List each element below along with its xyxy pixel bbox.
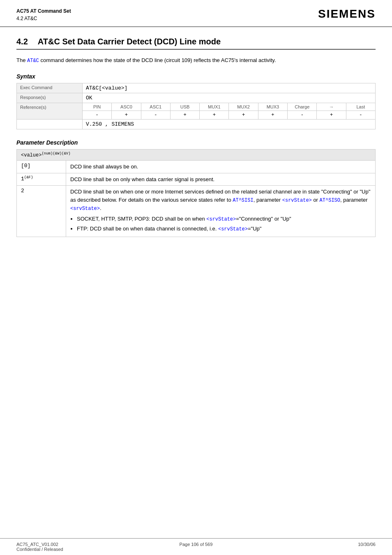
code-srvstate-bullet2: <srvState> <box>218 226 248 232</box>
page-header: AC75 AT Command Set 4.2 AT&C SIEMENS <box>0 0 392 27</box>
param-header-code: <value>(num)(&W)(&V) <box>21 152 71 158</box>
code-srvstate-bullet1: <srvState> <box>206 216 236 222</box>
pin-header-col-3: USB <box>171 103 200 111</box>
pin-header-col-2: ASC1 <box>141 103 171 111</box>
section-title: AT&C Set Data Carrier Detect (DCD) Line … <box>38 37 221 46</box>
pin-header-col-4: MUX1 <box>200 103 229 111</box>
reference-label: Reference(s) <box>17 103 83 119</box>
footer-date: 10/30/06 <box>358 542 376 547</box>
syntax-label: Syntax <box>16 73 376 80</box>
pin-data-col-0: - <box>83 111 112 119</box>
reference-value-row: V.250 , SIEMENS <box>17 120 375 129</box>
code-atsisi: AT^SISI <box>233 198 253 203</box>
intro-paragraph: The AT&C command determines how the stat… <box>16 56 376 65</box>
header-left: AC75 AT Command Set 4.2 AT&C <box>16 7 71 22</box>
header-title: AC75 AT Command Set <box>16 7 71 15</box>
response-value: OK <box>83 93 375 103</box>
response-row: Response(s) OK <box>17 93 375 103</box>
exec-command-row: Exec Command AT&C[<value>] <box>17 83 375 93</box>
param-key-2: 2 <box>17 186 66 237</box>
page-footer: AC75_ATC_V01.002 Confidential / Released… <box>0 538 392 555</box>
pin-header-col-8: → <box>317 103 346 111</box>
param-table-header: <value>(num)(&W)(&V) <box>17 150 376 161</box>
pin-header-row: PINASC0ASC1USBMUX1MUX2MUX3Charge→Last <box>83 103 375 111</box>
pin-header-col-5: MUX2 <box>229 103 258 111</box>
param-desc-1: DCD line shall be on only when data carr… <box>66 173 376 186</box>
param-desc-2: DCD line shall be on when one or more In… <box>66 186 376 237</box>
pin-header-col-7: Charge <box>288 103 317 111</box>
footer-status: Confidential / Released <box>16 547 136 552</box>
param-bullets-2: SOCKET, HTTP, SMTP, POP3: DCD shall be o… <box>77 215 371 233</box>
footer-left: AC75_ATC_V01.002 Confidential / Released <box>16 542 136 552</box>
reference-row: Reference(s) PINASC0ASC1USBMUX1MUX2MUX3C… <box>17 103 375 120</box>
reference-value: V.250 , SIEMENS <box>83 120 375 129</box>
ref-value-label <box>17 120 83 129</box>
bullet-item-1: FTP: DCD shall be on when data channel i… <box>77 225 371 233</box>
bullet-item-0: SOCKET, HTTP, SMTP, POP3: DCD shall be o… <box>77 215 371 223</box>
pin-data-col-4: + <box>200 111 229 119</box>
pin-data-col-5: + <box>229 111 258 119</box>
pin-data-col-9: - <box>346 111 375 119</box>
exec-command-value: AT&C[<value>] <box>83 83 375 93</box>
siemens-logo: SIEMENS <box>318 7 376 21</box>
footer-doc-id: AC75_ATC_V01.002 <box>16 542 136 547</box>
pin-header-col-6: MUX3 <box>258 103 288 111</box>
code-atsiso: AT^SISO <box>320 198 340 203</box>
param-key-0: [0] <box>17 161 66 173</box>
footer-right: 10/30/06 <box>256 542 376 552</box>
pin-data-col-1: + <box>112 111 141 119</box>
footer-page: Page 106 of 569 <box>180 542 213 547</box>
code-srvstate1: <srvState> <box>282 198 312 203</box>
pin-data-col-3: + <box>171 111 200 119</box>
pin-header-col-1: ASC0 <box>112 103 141 111</box>
pin-data-row: -+-++++-+- <box>83 111 375 119</box>
pin-data-col-2: - <box>141 111 171 119</box>
intro-text-after: command determines how the state of the … <box>39 57 276 63</box>
param-description-label: Parameter Description <box>16 139 376 146</box>
response-label: Response(s) <box>17 93 83 103</box>
footer-center: Page 106 of 569 <box>136 542 256 552</box>
pin-header-col-9: Last <box>346 103 375 111</box>
exec-command-label: Exec Command <box>17 83 83 93</box>
pin-data-col-6: + <box>258 111 288 119</box>
pin-data-col-7: - <box>288 111 317 119</box>
param-table: <value>(num)(&W)(&V) [0]DCD line shall a… <box>16 149 376 237</box>
syntax-box: Exec Command AT&C[<value>] Response(s) O… <box>16 83 376 129</box>
param-row-2: 2DCD line shall be on when one or more I… <box>17 186 376 237</box>
pin-header-col-0: PIN <box>83 103 112 111</box>
section-heading: 4.2 AT&C Set Data Carrier Detect (DCD) L… <box>16 37 376 50</box>
param-row-0: [0]DCD line shall always be on. <box>17 161 376 173</box>
section-number: 4.2 <box>16 37 28 46</box>
pin-data-col-8: + <box>317 111 346 119</box>
main-content: 4.2 AT&C Set Data Carrier Detect (DCD) L… <box>0 27 392 262</box>
param-desc-0: DCD line shall always be on. <box>66 161 376 173</box>
code-srvstate2: <srvState> <box>70 206 100 212</box>
param-key-1: 1(&F) <box>17 173 66 186</box>
intro-text-before: The <box>16 57 27 63</box>
param-description-section: Parameter Description <value>(num)(&W)(&… <box>16 139 376 237</box>
header-subtitle: 4.2 AT&C <box>16 15 71 22</box>
reference-content: PINASC0ASC1USBMUX1MUX2MUX3Charge→Last -+… <box>83 103 375 119</box>
param-row-1: 1(&F)DCD line shall be on only when data… <box>17 173 376 186</box>
intro-link: AT&C <box>27 58 39 64</box>
